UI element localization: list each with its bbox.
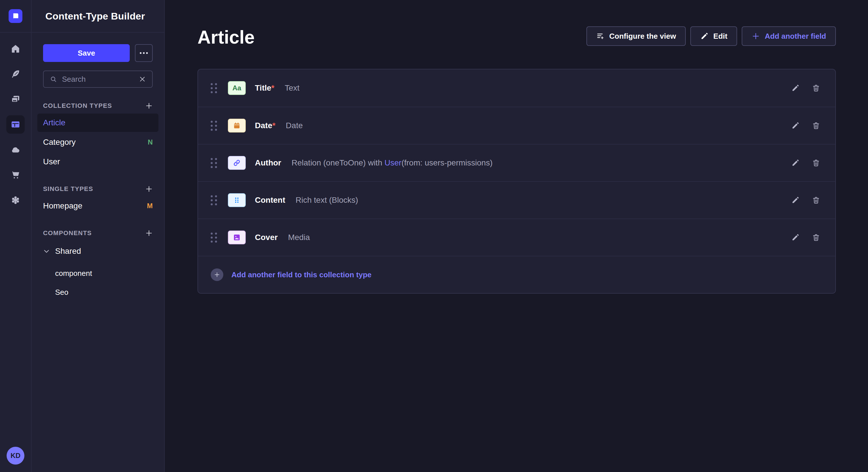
edit-field-icon[interactable] bbox=[791, 84, 800, 92]
plus-circle-icon bbox=[211, 268, 223, 281]
component-group-shared[interactable]: Shared bbox=[43, 242, 153, 260]
field-row-author: Author Relation (oneToOne) with User(fro… bbox=[198, 144, 835, 181]
row-actions bbox=[791, 196, 820, 204]
configure-view-label: Configure the view bbox=[609, 32, 676, 41]
sidebar: Content-Type Builder Save bbox=[32, 0, 165, 472]
search-box bbox=[43, 71, 153, 88]
single-types-label: SINGLE TYPES bbox=[43, 185, 93, 193]
field-type: Rich text (Blocks) bbox=[296, 196, 358, 205]
delete-field-icon[interactable] bbox=[812, 84, 820, 92]
item-label: Seo bbox=[55, 288, 68, 297]
edit-field-icon[interactable] bbox=[791, 233, 800, 242]
sidebar-item-component[interactable]: component bbox=[37, 264, 158, 282]
sidebar-title: Content-Type Builder bbox=[45, 11, 145, 22]
plus-icon bbox=[751, 32, 760, 40]
sidebar-item-user[interactable]: User bbox=[37, 153, 158, 171]
search-clear-icon[interactable] bbox=[138, 75, 146, 83]
field-name: Title* bbox=[255, 83, 274, 93]
drag-handle-icon[interactable] bbox=[211, 158, 217, 168]
sidebar-body: Save COLLEC bbox=[32, 33, 164, 302]
delete-field-icon[interactable] bbox=[812, 233, 820, 242]
field-name: Content bbox=[255, 196, 285, 205]
settings-icon[interactable] bbox=[6, 191, 25, 209]
field-type: Relation (oneToOne) with User(from: user… bbox=[291, 158, 493, 167]
delete-field-icon[interactable] bbox=[812, 159, 820, 167]
components-header: COMPONENTS bbox=[43, 229, 153, 237]
field-row-content: Content Rich text (Blocks) bbox=[198, 181, 835, 218]
field-name: Author bbox=[255, 158, 281, 167]
sidebar-item-category[interactable]: Category N bbox=[37, 133, 158, 151]
field-name: Date* bbox=[255, 121, 276, 130]
field-type: Media bbox=[288, 233, 310, 242]
search-input[interactable] bbox=[62, 75, 134, 84]
text-field-icon: Aa bbox=[228, 81, 246, 95]
marketplace-icon[interactable] bbox=[6, 166, 25, 184]
single-types-header: SINGLE TYPES bbox=[43, 185, 153, 193]
edit-button[interactable]: Edit bbox=[690, 26, 737, 46]
drag-handle-icon[interactable] bbox=[211, 83, 217, 93]
field-row-cover: Cover Media bbox=[198, 218, 835, 256]
sidebar-item-article[interactable]: Article bbox=[37, 113, 158, 132]
nav-rail: KD bbox=[0, 0, 32, 472]
media-library-icon[interactable] bbox=[6, 90, 25, 108]
chevron-down-icon bbox=[43, 248, 50, 255]
required-mark: * bbox=[272, 121, 276, 130]
pencil-icon bbox=[700, 32, 709, 40]
fields-table: Aa Title* Text Date* bbox=[197, 69, 836, 294]
add-field-row-button[interactable]: Add another field to this collection typ… bbox=[198, 256, 835, 293]
field-row-date: Date* Date bbox=[198, 107, 835, 144]
drag-handle-icon[interactable] bbox=[211, 195, 217, 205]
edit-label: Edit bbox=[713, 32, 727, 41]
sidebar-header: Content-Type Builder bbox=[32, 0, 164, 33]
single-types-list: Homepage M bbox=[37, 197, 158, 215]
list-settings-icon bbox=[596, 32, 605, 40]
date-field-icon bbox=[228, 119, 246, 133]
row-actions bbox=[791, 121, 820, 130]
relation-target-link[interactable]: User bbox=[384, 158, 402, 167]
strapi-logo[interactable] bbox=[9, 9, 22, 23]
row-actions bbox=[791, 159, 820, 167]
edit-field-icon[interactable] bbox=[791, 196, 800, 204]
home-icon[interactable] bbox=[6, 40, 25, 58]
content-manager-icon[interactable] bbox=[6, 65, 25, 83]
item-label: Article bbox=[43, 118, 65, 127]
item-label: Homepage bbox=[43, 201, 82, 210]
collection-types-list: Article Category N User bbox=[37, 113, 158, 171]
shared-components-list: component Seo bbox=[37, 264, 158, 301]
more-options-button[interactable] bbox=[135, 44, 153, 62]
delete-field-icon[interactable] bbox=[812, 196, 820, 204]
blocks-field-icon bbox=[228, 193, 246, 207]
configure-view-button[interactable]: Configure the view bbox=[586, 26, 686, 46]
sidebar-item-homepage[interactable]: Homepage M bbox=[37, 197, 158, 215]
required-mark: * bbox=[271, 83, 274, 92]
add-collection-type-icon[interactable] bbox=[145, 102, 153, 109]
field-type: Date bbox=[286, 121, 303, 130]
status-badge: N bbox=[148, 138, 153, 146]
delete-field-icon[interactable] bbox=[812, 121, 820, 130]
add-another-field-button[interactable]: Add another field bbox=[742, 26, 836, 46]
item-label: Category bbox=[43, 138, 76, 147]
rail-footer: KD bbox=[7, 447, 24, 472]
page-title: Article bbox=[197, 25, 255, 49]
row-actions bbox=[791, 84, 820, 92]
toolbar: Configure the view Edit Add another fiel… bbox=[586, 26, 836, 46]
field-name: Cover bbox=[255, 233, 278, 242]
add-single-type-icon[interactable] bbox=[145, 185, 153, 193]
content-type-builder-icon[interactable] bbox=[6, 115, 25, 134]
app-window: KD Content-Type Builder Save bbox=[0, 0, 868, 472]
drag-handle-icon[interactable] bbox=[211, 121, 217, 131]
rail-nav bbox=[6, 33, 25, 209]
cloud-icon[interactable] bbox=[6, 140, 25, 159]
user-avatar[interactable]: KD bbox=[7, 447, 24, 465]
sidebar-item-seo[interactable]: Seo bbox=[37, 283, 158, 301]
add-field-label: Add another field bbox=[765, 32, 826, 41]
rail-header bbox=[0, 0, 31, 33]
edit-field-icon[interactable] bbox=[791, 159, 800, 167]
add-component-icon[interactable] bbox=[145, 229, 153, 237]
edit-field-icon[interactable] bbox=[791, 121, 800, 130]
collection-types-header: COLLECTION TYPES bbox=[43, 102, 153, 109]
drag-handle-icon[interactable] bbox=[211, 233, 217, 243]
main-content: Article Configure the view Edit bbox=[165, 0, 868, 472]
item-label: User bbox=[43, 157, 60, 166]
save-button[interactable]: Save bbox=[43, 44, 130, 62]
